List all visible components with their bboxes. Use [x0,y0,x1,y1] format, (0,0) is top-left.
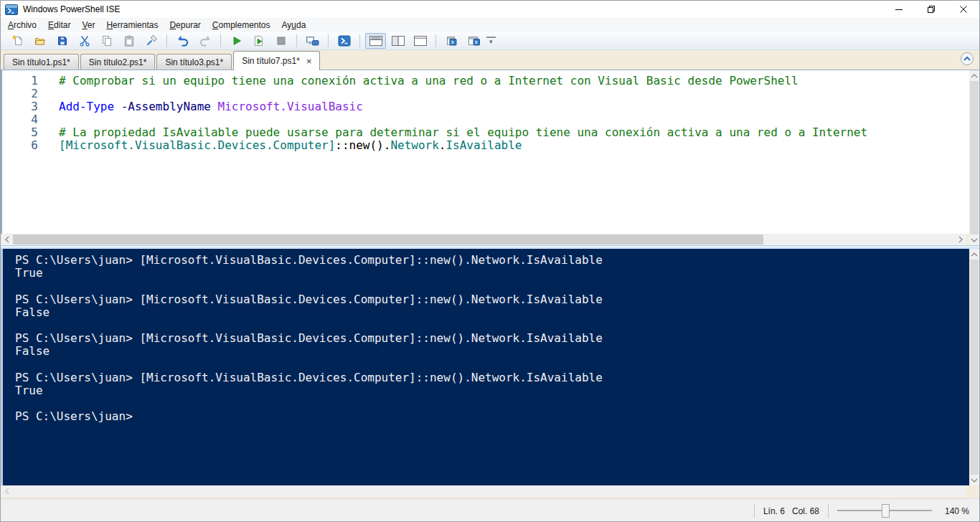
tab-label: Sin título1.ps1* [12,57,70,67]
cut-button[interactable] [74,33,95,49]
line-indicator: Lín. 6 [763,506,785,516]
toolbar-separator [359,34,360,47]
editor-line: 6[Microsoft.VisualBasic.Devices.Computer… [2,139,969,152]
token-plain [114,100,121,113]
tab-sin-titulo1-ps1-[interactable]: Sin título1.ps1* [4,54,79,70]
line-number: 2 [2,87,38,100]
menu-item-complementos[interactable]: Complementos [207,19,276,32]
console-horizontal-scrollbar[interactable] [1,485,966,497]
toolbar-overflow-icon[interactable]: ▾ [486,37,496,45]
menu-item-ver[interactable]: Ver [76,19,100,32]
line-number: 3 [2,100,38,113]
tab-sin-titulo2-ps1-[interactable]: Sin título2.ps1* [80,54,156,70]
redo-button[interactable] [194,33,215,49]
show-command-window-button[interactable] [441,33,462,49]
show-command-window-icon [446,35,458,47]
scroll-down-icon[interactable] [969,234,979,245]
console-prompt: PS C:\Users\juan> [15,253,133,267]
script-tab-bar: Sin título1.ps1*Sin título2.ps1*Sin títu… [1,50,979,70]
token-parameter: -AssemblyName [121,100,211,113]
console-line [15,359,969,371]
show-script-pane-top-icon [369,35,383,47]
console-pane[interactable]: PS C:\Users\juan> [Microsoft.VisualBasic… [1,249,969,485]
console-line [15,319,969,332]
zoom-slider-thumb[interactable] [882,504,890,518]
token-member: IsAvailable [446,138,522,152]
console-line: PS C:\Users\juan> [Microsoft.VisualBasic… [15,332,969,345]
open-script-button[interactable] [29,33,50,49]
console-prompt: PS C:\Users\juan> [15,409,133,423]
restore-button[interactable] [915,1,947,18]
close-button[interactable] [947,1,979,18]
clear-console-pane-button[interactable] [141,33,161,49]
console-line: PS C:\Users\juan> [Microsoft.VisualBasic… [15,254,969,267]
token-argument: Microsoft.VisualBasic [218,100,363,113]
code-text [59,113,66,126]
zoom-level: 140 % [941,506,969,516]
menu-item-depurar[interactable]: Depurar [164,19,206,32]
scroll-right-icon[interactable] [954,234,966,245]
editor-horizontal-scrollbar[interactable] [1,234,966,245]
new-remote-powershell-tab-button[interactable] [302,33,323,49]
token-type: [Microsoft.VisualBasic.Devices.Computer] [59,138,335,152]
copy-button[interactable] [96,33,117,49]
tab-sin-titulo7-ps1-[interactable]: Sin título7.ps1*× [233,51,320,70]
run-selection-icon [253,35,265,47]
new-script-button[interactable] [7,33,28,49]
console-command: [Microsoft.VisualBasic.Devices.Computer]… [133,253,603,267]
editor-line: 5# La propiedad IsAvailable puede usarse… [2,126,969,139]
console-line: PS C:\Users\juan> [Microsoft.VisualBasic… [15,293,969,306]
scrollbar-thumb[interactable] [13,234,763,245]
menu-bar: ArchivoEditarVerHerramientasDepurarCompl… [1,18,979,32]
token-comment: # La propiedad IsAvailable puede usarse … [59,125,867,139]
undo-button[interactable] [172,33,193,49]
editor-vertical-scrollbar[interactable] [969,70,979,245]
token-member: Network [390,138,438,152]
menu-item-editar[interactable]: Editar [42,19,76,32]
scroll-left-icon[interactable] [1,234,13,245]
console-line: PS C:\Users\juan> [15,410,969,423]
token-cmdlet: Add-Type [59,100,114,113]
collapse-script-pane-button[interactable] [960,52,974,66]
tab-close-icon[interactable]: × [306,57,312,66]
console-vertical-scrollbar[interactable] [969,249,979,485]
powershell-ise-app-icon [5,4,18,15]
show-script-pane-right-button[interactable] [387,33,408,49]
scroll-down-icon[interactable] [969,475,979,485]
clear-console-pane-icon [146,35,157,47]
zoom-slider[interactable] [837,504,932,518]
code-text: # La propiedad IsAvailable puede usarse … [59,126,867,139]
menu-item-herramientas[interactable]: Herramientas [100,19,164,32]
start-powershell-button[interactable] [334,33,354,49]
paste-button[interactable] [118,33,139,49]
script-editor[interactable]: 1# Comprobar si un equipo tiene una cone… [1,70,969,234]
scrollbar-thumb[interactable] [970,81,979,234]
scroll-up-icon[interactable] [969,249,979,260]
paste-icon [123,35,135,47]
line-number: 5 [2,126,38,139]
console-prompt: PS C:\Users\juan> [15,293,133,306]
show-command-addon-button[interactable] [463,33,484,49]
stop-operation-button[interactable] [270,33,291,49]
console-output: False [15,306,969,319]
console-output: False [15,345,969,358]
line-number: 6 [2,139,38,152]
minimize-button[interactable] [882,1,915,18]
stop-operation-icon [276,36,286,46]
line-number: 1 [2,75,38,87]
run-selection-button[interactable] [248,33,269,49]
tab-sin-titulo3-ps1-[interactable]: Sin título3.ps1* [156,54,232,70]
title-bar: Windows PowerShell ISE [1,1,979,18]
save-script-button[interactable] [52,33,72,49]
separator [828,504,829,518]
token-plain [211,100,218,113]
menu-item-ayuda[interactable]: Ayuda [276,19,312,32]
open-script-icon [34,35,46,47]
menu-item-archivo[interactable]: Archivo [2,19,42,32]
scroll-up-icon[interactable] [969,70,979,81]
show-script-pane-maximized-button[interactable] [410,33,430,49]
scroll-left-icon[interactable] [1,485,13,497]
run-script-button[interactable] [226,33,247,49]
show-script-pane-top-button[interactable] [365,33,386,49]
scrollbar-thumb[interactable] [970,260,979,475]
